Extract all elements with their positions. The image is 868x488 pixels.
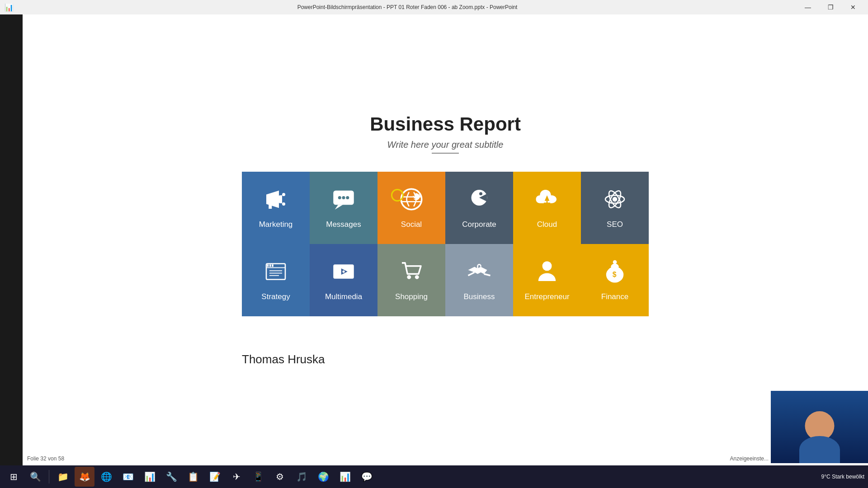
messages-icon [331, 187, 356, 216]
shopping-icon [399, 259, 424, 288]
weather-text: 9°C Stark bewölkt [821, 474, 864, 480]
messages-label: Messages [326, 220, 361, 229]
grid-cell-cloud[interactable]: Cloud [513, 172, 581, 244]
slide-title: Business Report [370, 113, 521, 135]
taskbar: ⊞ 🔍 📁 🦊 🌐 📧 📊 🔧 📋 📝 ✈ 📱 ⚙ 🎵 🌍 📊 💬 9°C St… [0, 465, 868, 488]
taskbar-telegram[interactable]: ✈ [226, 467, 246, 487]
svg-point-1 [282, 193, 285, 196]
entrepreneur-label: Entrepreneur [524, 292, 569, 301]
presenter-cam [771, 391, 868, 463]
entrepreneur-icon [534, 259, 560, 288]
marketing-label: Marketing [259, 220, 293, 229]
taskbar-notes[interactable]: 📋 [183, 467, 203, 487]
cloud-label: Cloud [537, 220, 557, 229]
corporate-label: Corporate [462, 220, 496, 229]
grid-cell-strategy[interactable]: Strategy [242, 244, 310, 316]
taskbar-onenote[interactable]: 📝 [205, 467, 225, 487]
taskbar-files[interactable]: 📁 [53, 467, 73, 487]
taskbar-excel[interactable]: 📊 [335, 467, 355, 487]
grid-cell-finance[interactable]: $ Finance [581, 244, 649, 316]
svg-rect-30 [272, 264, 274, 267]
svg-point-36 [415, 275, 419, 279]
svg-point-2 [282, 202, 285, 206]
svg-point-37 [542, 261, 552, 271]
taskbar-app4[interactable]: 🌍 [313, 467, 333, 487]
grid-cell-corporate[interactable]: Corporate [445, 172, 513, 244]
taskbar-outlook[interactable]: 📧 [118, 467, 138, 487]
title-bar: 📊 PowerPoint-Bildschirmpräsentation - PP… [0, 0, 868, 14]
business-label: Business [464, 292, 495, 301]
taskbar-search[interactable]: 🔍 [25, 467, 45, 487]
svg-point-39 [613, 260, 617, 264]
marketing-icon [263, 187, 288, 216]
grid-cell-multimedia[interactable]: Multimedia [310, 244, 377, 316]
svg-rect-29 [269, 264, 271, 267]
icon-grid: Marketing Messages [242, 172, 649, 316]
social-label: Social [401, 220, 422, 229]
grid-cell-entrepreneur[interactable]: Entrepreneur [513, 244, 581, 316]
corporate-icon [467, 187, 492, 216]
taskbar-chrome[interactable]: 🌐 [96, 467, 116, 487]
grid-cell-shopping[interactable]: Shopping [377, 244, 445, 316]
svg-point-9 [346, 196, 349, 199]
svg-rect-23 [266, 264, 285, 280]
taskbar-firefox[interactable]: 🦊 [75, 467, 94, 487]
taskbar-app2[interactable]: ⚙ [270, 467, 290, 487]
grid-cell-marketing[interactable]: Marketing [242, 172, 310, 244]
window-title: PowerPoint-Bildschirmpräsentation - PPT … [17, 4, 797, 10]
grid-cell-social[interactable]: Social [377, 172, 445, 244]
strategy-icon [263, 259, 288, 288]
multimedia-icon [331, 259, 356, 288]
restore-button[interactable]: ❐ [820, 0, 841, 14]
finance-icon: $ [602, 259, 627, 288]
svg-point-8 [342, 196, 345, 199]
svg-point-33 [342, 270, 344, 272]
multimedia-label: Multimedia [325, 292, 362, 301]
app-icon: 📊 [5, 3, 14, 12]
grid-cell-seo[interactable]: SEO [581, 172, 649, 244]
start-button[interactable]: ⊞ [4, 467, 24, 487]
presenter-body-shape [799, 436, 840, 463]
svg-rect-28 [267, 264, 269, 267]
taskbar-app1[interactable]: 📱 [248, 467, 268, 487]
svg-point-19 [613, 197, 618, 202]
svg-point-10 [401, 189, 422, 210]
taskbar-powerpoint[interactable]: 📊 [140, 467, 160, 487]
slide-content: Business Report Write here your great su… [242, 113, 649, 366]
finance-label: Finance [601, 292, 628, 301]
seo-icon [602, 187, 627, 216]
grid-cell-messages[interactable]: Messages [310, 172, 377, 244]
seo-label: SEO [607, 220, 623, 229]
shopping-label: Shopping [395, 292, 428, 301]
taskbar-right: 9°C Stark bewölkt [821, 474, 864, 480]
presenter-bg [771, 391, 868, 463]
main-area: Business Report Write here your great su… [23, 14, 868, 465]
svg-point-7 [338, 196, 341, 199]
svg-marker-6 [335, 205, 343, 210]
taskbar-teams[interactable]: 💬 [357, 467, 377, 487]
social-icon [399, 187, 424, 216]
svg-point-15 [479, 192, 482, 195]
strategy-label: Strategy [261, 292, 290, 301]
slide-number: Folie 32 von 58 [27, 455, 64, 462]
left-sidebar [0, 14, 23, 465]
business-icon [467, 259, 492, 288]
minimize-button[interactable]: — [797, 0, 818, 14]
slide-subtitle: Write here your great subtitle [387, 140, 504, 150]
taskbar-separator [49, 470, 49, 483]
svg-point-35 [407, 275, 411, 279]
presenter-figure [799, 411, 840, 463]
svg-text:$: $ [613, 271, 617, 278]
close-button[interactable]: ✕ [843, 0, 863, 14]
anzeige-text: Anzeigeeinste... [730, 455, 769, 462]
taskbar-app3[interactable]: 🎵 [292, 467, 311, 487]
grid-cell-business[interactable]: Business [445, 244, 513, 316]
presenter-name: Thomas Hruska [242, 352, 325, 366]
subtitle-underline [432, 153, 459, 154]
taskbar-tools[interactable]: 🔧 [161, 467, 181, 487]
cloud-icon [534, 187, 560, 216]
